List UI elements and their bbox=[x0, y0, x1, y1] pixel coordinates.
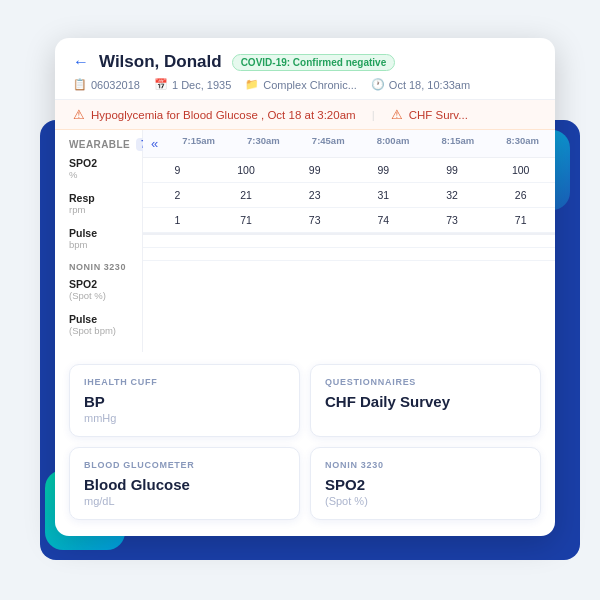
data-row-nonin-spo2 bbox=[143, 233, 555, 248]
wearable-label: WEARABLE bbox=[69, 139, 130, 150]
nonin-label: NONIN 3230 bbox=[69, 262, 142, 272]
cell-pulse-3: 74 bbox=[349, 208, 418, 232]
cell-resp-0: 2 bbox=[143, 183, 212, 207]
cell-pulse-2: 73 bbox=[280, 208, 349, 232]
cell-nonin-spo2-3 bbox=[349, 235, 418, 247]
time-col-4: 8:00am bbox=[361, 130, 426, 157]
cell-nonin-pulse-4 bbox=[418, 248, 487, 260]
back-button[interactable]: ← bbox=[73, 53, 89, 71]
id-icon: 📋 bbox=[73, 78, 87, 91]
cell-pulse-4: 73 bbox=[418, 208, 487, 232]
cell-spo2-0: 9 bbox=[143, 158, 212, 182]
cell-nonin-pulse-2 bbox=[280, 248, 349, 260]
meta-category-value: Complex Chronic... bbox=[263, 79, 357, 91]
device-card-category-3: NONIN 3230 bbox=[325, 460, 526, 470]
device-card-unit-3: (Spot %) bbox=[325, 495, 526, 507]
cell-pulse-0: 1 bbox=[143, 208, 212, 232]
cell-resp-5: 26 bbox=[486, 183, 555, 207]
label-pulse-spot: Pulse (Spot bpm) bbox=[69, 313, 142, 336]
meta-time-value: Oct 18, 10:33am bbox=[389, 79, 470, 91]
label-pulse: Pulse bpm bbox=[69, 227, 142, 250]
cell-nonin-spo2-5 bbox=[486, 235, 555, 247]
meta-dob: 📅 1 Dec, 1935 bbox=[154, 78, 231, 91]
device-card-name-1: CHF Daily Survey bbox=[325, 393, 526, 410]
data-row-nonin-pulse bbox=[143, 248, 555, 261]
patient-name: Wilson, Donald bbox=[99, 52, 222, 72]
alert-text-2: CHF Surv... bbox=[409, 109, 468, 121]
cell-nonin-pulse-3 bbox=[349, 248, 418, 260]
cell-nonin-pulse-1 bbox=[212, 248, 281, 260]
device-card-category-1: QUESTIONNAIRES bbox=[325, 377, 526, 387]
cell-nonin-spo2-2 bbox=[280, 235, 349, 247]
device-card-name-3: SPO2 bbox=[325, 476, 526, 493]
meta-category: 📁 Complex Chronic... bbox=[245, 78, 357, 91]
time-col-6: 8:30am bbox=[490, 130, 555, 157]
alert-bar: ⚠ Hypoglycemia for Blood Glucose , Oct 1… bbox=[55, 100, 555, 130]
device-card-unit-2: mg/dL bbox=[84, 495, 285, 507]
covid-badge: COVID-19: Confirmed negative bbox=[232, 54, 396, 71]
cell-nonin-pulse-5 bbox=[486, 248, 555, 260]
device-card-name-2: Blood Glucose bbox=[84, 476, 285, 493]
wearable-section: WEARABLE 78% SPO2 % Resp rpm Pulse bpm N… bbox=[55, 130, 555, 352]
cell-spo2-2: 99 bbox=[280, 158, 349, 182]
alert-icon-1: ⚠ bbox=[73, 107, 85, 122]
cell-nonin-pulse-0 bbox=[143, 248, 212, 260]
dob-icon: 📅 bbox=[154, 78, 168, 91]
device-card-category-0: IHEALTH CUFF bbox=[84, 377, 285, 387]
cell-spo2-1: 100 bbox=[212, 158, 281, 182]
device-card-nonin[interactable]: NONIN 3230 SPO2 (Spot %) bbox=[310, 447, 541, 520]
device-card-ihealthcuff[interactable]: IHEALTH CUFF BP mmHg bbox=[69, 364, 300, 437]
alert-divider: | bbox=[372, 109, 375, 121]
data-row-spo2: 9 100 99 99 99 100 bbox=[143, 158, 555, 183]
category-icon: 📁 bbox=[245, 78, 259, 91]
time-header-row: « 7:15am 7:30am 7:45am 8:00am 8:15am 8:3… bbox=[143, 130, 555, 158]
data-row-resp: 2 21 23 31 32 26 bbox=[143, 183, 555, 208]
device-cards-grid: IHEALTH CUFF BP mmHg QUESTIONNAIRES CHF … bbox=[55, 352, 555, 524]
meta-id: 📋 06032018 bbox=[73, 78, 140, 91]
cell-pulse-5: 71 bbox=[486, 208, 555, 232]
time-col-2: 7:30am bbox=[231, 130, 296, 157]
meta-id-value: 06032018 bbox=[91, 79, 140, 91]
time-col-1: 7:15am bbox=[166, 130, 231, 157]
prev-time-button[interactable]: « bbox=[143, 130, 166, 157]
meta-row: 📋 06032018 📅 1 Dec, 1935 📁 Complex Chron… bbox=[73, 78, 537, 91]
cell-spo2-4: 99 bbox=[418, 158, 487, 182]
cell-resp-2: 23 bbox=[280, 183, 349, 207]
device-card-category-2: BLOOD GLUCOMETER bbox=[84, 460, 285, 470]
device-card-name-0: BP bbox=[84, 393, 285, 410]
emr-header: ← Wilson, Donald COVID-19: Confirmed neg… bbox=[55, 38, 555, 100]
cell-resp-4: 32 bbox=[418, 183, 487, 207]
device-card-questionnaires[interactable]: QUESTIONNAIRES CHF Daily Survey bbox=[310, 364, 541, 437]
data-row-pulse: 1 71 73 74 73 71 bbox=[143, 208, 555, 233]
alert-text-1: Hypoglycemia for Blood Glucose , Oct 18 … bbox=[91, 109, 356, 121]
cell-nonin-spo2-4 bbox=[418, 235, 487, 247]
cell-spo2-3: 99 bbox=[349, 158, 418, 182]
cell-resp-3: 31 bbox=[349, 183, 418, 207]
time-col-3: 7:45am bbox=[296, 130, 361, 157]
time-table: « 7:15am 7:30am 7:45am 8:00am 8:15am 8:3… bbox=[143, 130, 555, 352]
emr-card: ← Wilson, Donald COVID-19: Confirmed neg… bbox=[55, 38, 555, 536]
alert-icon-2: ⚠ bbox=[391, 107, 403, 122]
label-spo2: SPO2 % bbox=[69, 157, 142, 180]
scene: ← Wilson, Donald COVID-19: Confirmed neg… bbox=[20, 20, 580, 580]
meta-dob-value: 1 Dec, 1935 bbox=[172, 79, 231, 91]
device-card-glucometer[interactable]: BLOOD GLUCOMETER Blood Glucose mg/dL bbox=[69, 447, 300, 520]
label-spo2-spot: SPO2 (Spot %) bbox=[69, 278, 142, 301]
time-icon: 🕐 bbox=[371, 78, 385, 91]
label-resp: Resp rpm bbox=[69, 192, 142, 215]
cell-resp-1: 21 bbox=[212, 183, 281, 207]
meta-time: 🕐 Oct 18, 10:33am bbox=[371, 78, 470, 91]
time-col-5: 8:15am bbox=[425, 130, 490, 157]
cell-nonin-spo2-1 bbox=[212, 235, 281, 247]
wearable-labels: WEARABLE 78% SPO2 % Resp rpm Pulse bpm N… bbox=[55, 130, 143, 352]
cell-pulse-1: 71 bbox=[212, 208, 281, 232]
cell-nonin-spo2-0 bbox=[143, 235, 212, 247]
device-card-unit-0: mmHg bbox=[84, 412, 285, 424]
cell-spo2-5: 100 bbox=[486, 158, 555, 182]
